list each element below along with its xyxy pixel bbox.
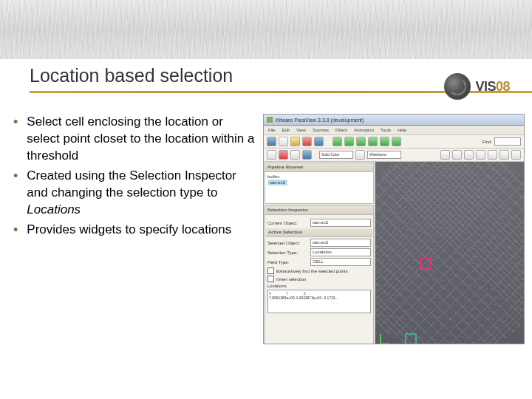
find-input[interactable] [494,137,521,146]
selection-type-dropdown[interactable]: Locations [310,248,371,256]
menu-edit[interactable]: Edit [282,128,290,132]
menu-bar[interactable]: File Edit View Sources Filters Animation… [264,126,524,135]
current-object-row: Current Object: can.ex2 [267,219,371,227]
selection-inspector-panel: Selection Inspector Current Object: can.… [265,205,374,344]
field-type-row: Field Type: CELL [267,258,371,266]
play-icon[interactable] [356,137,366,146]
connect-icon[interactable] [290,137,300,146]
main-area: Pipeline Browser builtin: can.ex2 Select… [264,162,524,344]
find-label: Find: [482,140,492,144]
bullet-item: • Provides widgets to specify locations [13,222,257,239]
inspector-header: Selection Inspector [265,206,373,215]
logo-swirl-icon [444,73,471,100]
camera-icon[interactable] [440,150,450,160]
active-selection-header: Active Selection [266,228,372,237]
current-object-dropdown[interactable]: can.ex2 [310,219,371,227]
app-icon [267,117,273,123]
menu-tools[interactable]: Tools [381,128,391,132]
slide-content: • Select cell enclosing the location or … [0,93,532,344]
locations-label: Locations [267,284,371,288]
menu-help[interactable]: Help [398,128,406,132]
tool-icon[interactable] [290,150,300,160]
field-type-dropdown[interactable]: CELL [310,258,371,266]
camera-icon[interactable] [452,150,462,160]
locations-table[interactable]: X Y Z 7.8091383e+00 4.2632873e+00 -3.173… [267,290,371,313]
window-title: Kitware ParaView 3.3.0 (development) [276,117,364,123]
camera-icon[interactable] [464,150,474,160]
tool-icon[interactable] [279,150,288,160]
selection-marker-icon[interactable] [405,333,417,344]
first-frame-icon[interactable] [332,137,342,146]
next-frame-icon[interactable] [368,137,378,146]
current-object-label: Current Object: [267,221,308,225]
save-icon[interactable] [279,137,288,146]
orientation-axes-icon [380,330,395,344]
bullet-text: Created using the Selection Inspector an… [27,168,257,219]
slide-banner [0,0,532,59]
disconnect-icon[interactable] [302,137,312,146]
title-row: Location based selection VIS08 [0,59,532,93]
menu-animation[interactable]: Animation [354,128,374,132]
representation-dropdown[interactable]: Wireframe [367,151,401,159]
pipeline-header: Pipeline Browser [265,163,373,172]
camera-icon[interactable] [488,150,497,160]
side-panels: Pipeline Browser builtin: can.ex2 Select… [264,162,375,344]
pipeline-browser-panel: Pipeline Browser builtin: can.ex2 [265,163,374,204]
window-titlebar[interactable]: Kitware ParaView 3.3.0 (development) [264,115,524,126]
inside-out-label: Invert selection [276,277,306,282]
pipeline-server[interactable]: builtin: [267,174,371,179]
logo-text: VIS08 [475,79,510,95]
inside-out-row[interactable]: Invert selection [267,276,371,282]
extract-label: Exhaustively find the selected points [276,269,348,273]
bullet-item: • Created using the Selection Inspector … [13,168,257,219]
camera-icon[interactable] [499,150,509,160]
toolbar-1: Find: [264,135,524,149]
extract-checkbox[interactable] [267,267,274,274]
menu-view[interactable]: View [296,128,306,132]
menu-sources[interactable]: Sources [313,128,329,132]
mesh-geometry [375,162,524,344]
bullet-item: • Select cell enclosing the location or … [13,114,257,165]
selected-object-row: Selected Object: can.ex2 [267,239,371,247]
selected-object-label: Selected Object: [267,241,308,245]
loop-icon[interactable] [392,137,401,146]
bullet-marker-icon: • [13,114,18,165]
render-view[interactable] [375,162,524,344]
camera-icon[interactable] [511,150,521,160]
location-row[interactable]: 7.8091383e+00 4.2632873e+00 -3.1733... [269,296,369,300]
bullet-marker-icon: • [13,168,18,219]
tool-icon[interactable] [267,150,276,160]
camera-icon[interactable] [476,150,485,160]
prev-frame-icon[interactable] [344,137,354,146]
selection-type-row: Selection Type: Locations [267,248,371,256]
selected-object-value: can.ex2 [310,239,371,247]
extract-row[interactable]: Exhaustively find the selected points [267,267,371,274]
menu-file[interactable]: File [268,128,276,132]
selection-marker-icon[interactable] [420,258,432,270]
inside-out-checkbox[interactable] [267,276,274,282]
pipeline-tree[interactable]: builtin: can.ex2 [265,172,373,203]
bullet-marker-icon: • [13,222,18,239]
inspector-body: Current Object: can.ex2 Active Selection… [265,215,373,316]
tool-icon[interactable] [302,150,312,160]
bullet-text: Select cell enclosing the location or se… [27,114,257,165]
field-type-label: Field Type: [267,260,308,265]
menu-filters[interactable]: Filters [335,128,347,132]
bullet-list: • Select cell enclosing the location or … [13,114,257,344]
open-icon[interactable] [267,137,276,146]
title-divider: VIS08 [30,91,532,93]
toolbar-2: Solid Color Wireframe [264,149,524,162]
bullet-text: Provides widgets to specify locations [27,222,231,239]
pipeline-source[interactable]: can.ex2 [267,180,287,185]
tool-icon[interactable] [355,150,365,160]
application-screenshot: Kitware ParaView 3.3.0 (development) Fil… [263,114,525,344]
conference-logo: VIS08 [444,73,510,100]
help-icon[interactable] [314,137,324,146]
selection-type-label: Selection Type: [267,250,308,255]
last-frame-icon[interactable] [380,137,389,146]
color-by-dropdown[interactable]: Solid Color [319,151,353,159]
